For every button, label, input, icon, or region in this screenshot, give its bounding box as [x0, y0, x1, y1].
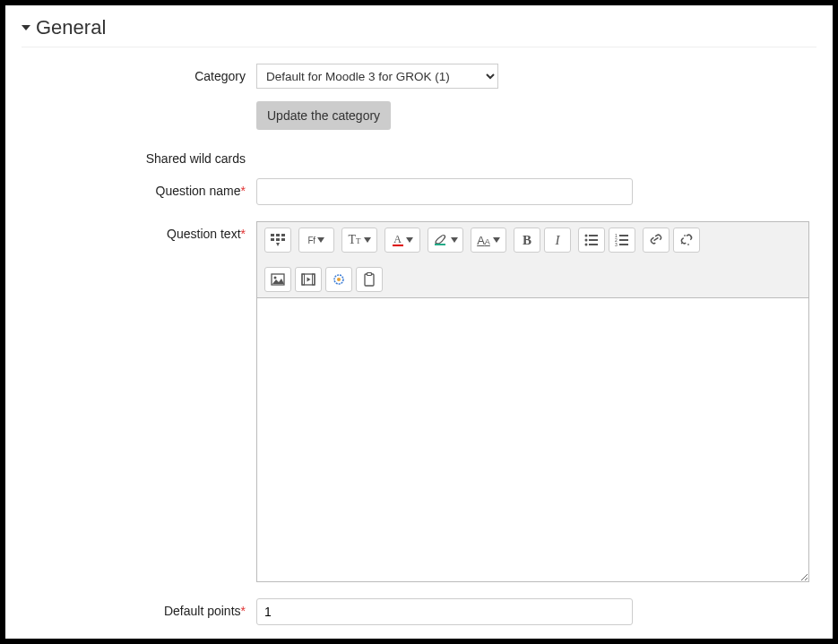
- required-indicator: *: [241, 227, 246, 241]
- number-list-button[interactable]: 123: [609, 228, 635, 253]
- section-toggle-general[interactable]: General: [22, 13, 816, 47]
- font-color-icon: A: [393, 234, 403, 246]
- editor-toolbar: Ff TT A: [256, 221, 809, 297]
- chevron-down-icon: [317, 237, 324, 243]
- svg-rect-8: [589, 235, 598, 236]
- italic-button[interactable]: I: [544, 228, 571, 253]
- svg-rect-5: [281, 238, 285, 241]
- brush-icon: [434, 234, 448, 246]
- font-size-icon: TT: [348, 233, 360, 247]
- svg-rect-10: [589, 239, 598, 241]
- update-category-button[interactable]: Update the category: [256, 101, 391, 130]
- label-question-name: Question name: [156, 184, 241, 198]
- chevron-down-icon: [451, 237, 458, 243]
- svg-rect-4: [276, 238, 280, 241]
- font-color-button[interactable]: A: [384, 228, 420, 253]
- svg-point-24: [274, 277, 277, 279]
- label-shared-wild-cards: Shared wild cards: [22, 146, 256, 166]
- svg-rect-1: [276, 234, 280, 236]
- clear-formatting-button[interactable]: AA: [471, 228, 506, 253]
- toolbar-toggle-button[interactable]: [264, 228, 291, 253]
- question-text-editor[interactable]: [256, 297, 809, 582]
- svg-rect-26: [302, 274, 305, 285]
- unlink-button[interactable]: [673, 228, 700, 253]
- rich-text-editor: Ff TT A: [256, 221, 809, 582]
- chevron-down-icon: [406, 237, 413, 243]
- unlink-icon: [679, 234, 694, 246]
- svg-rect-27: [313, 274, 315, 285]
- svg-rect-14: [619, 235, 628, 236]
- bold-button[interactable]: B: [514, 228, 540, 253]
- number-list-icon: 123: [615, 234, 629, 246]
- font-family-button[interactable]: Ff: [298, 228, 334, 253]
- svg-point-11: [585, 244, 588, 246]
- svg-rect-18: [619, 244, 628, 245]
- paste-button[interactable]: [356, 267, 383, 292]
- svg-point-7: [585, 235, 588, 237]
- label-default-points: Default points: [164, 604, 241, 618]
- bold-icon: B: [523, 233, 531, 248]
- svg-rect-0: [271, 234, 274, 236]
- link-button[interactable]: [643, 228, 670, 253]
- manage-files-button[interactable]: [325, 267, 352, 292]
- font-size-button[interactable]: TT: [341, 228, 377, 253]
- category-select[interactable]: Default for Moodle 3 for GROK (1): [256, 64, 498, 89]
- media-icon: [301, 273, 315, 286]
- label-question-text: Question text: [167, 227, 241, 241]
- svg-line-22: [691, 236, 693, 237]
- chevron-down-icon: [364, 237, 371, 243]
- image-button[interactable]: [264, 267, 291, 292]
- bullet-list-icon: [584, 234, 599, 246]
- required-indicator: *: [241, 604, 246, 618]
- svg-point-29: [337, 278, 341, 281]
- clipboard-icon: [363, 272, 376, 287]
- bullet-list-button[interactable]: [578, 228, 605, 253]
- svg-rect-3: [271, 238, 274, 241]
- link-icon: [649, 234, 663, 246]
- gear-color-icon: [332, 272, 346, 287]
- svg-rect-16: [619, 239, 628, 241]
- image-icon: [271, 273, 285, 286]
- question-name-input[interactable]: [256, 178, 633, 205]
- toolbar-toggle-icon: [271, 234, 285, 246]
- required-indicator: *: [241, 184, 246, 198]
- media-button[interactable]: [295, 267, 322, 292]
- default-points-input[interactable]: [256, 598, 633, 625]
- label-category: Category: [22, 64, 256, 83]
- svg-point-9: [585, 239, 588, 242]
- caret-down-icon: [22, 23, 30, 32]
- bg-color-button[interactable]: [428, 228, 463, 253]
- svg-text:3: 3: [615, 242, 618, 246]
- clear-format-icon: AA: [477, 234, 490, 247]
- italic-icon: I: [556, 233, 560, 248]
- section-title: General: [36, 16, 106, 39]
- svg-rect-12: [589, 244, 598, 245]
- font-family-icon: Ff: [308, 236, 315, 245]
- chevron-down-icon: [493, 237, 500, 243]
- svg-rect-31: [367, 273, 372, 276]
- svg-rect-6: [435, 244, 445, 245]
- svg-rect-2: [281, 234, 285, 236]
- svg-line-21: [681, 243, 683, 244]
- general-section-panel: General Category Default for Moodle 3 fo…: [5, 5, 833, 639]
